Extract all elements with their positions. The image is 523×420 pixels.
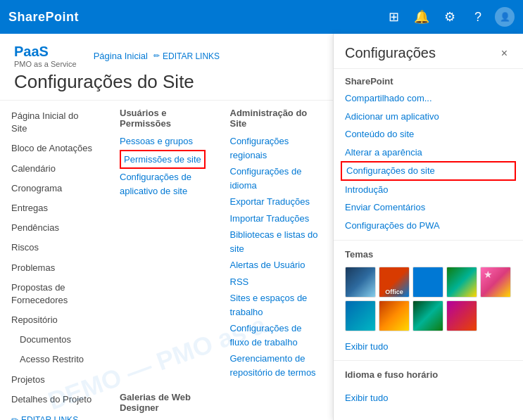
link-permissoes-site[interactable]: Permissões de site — [120, 150, 206, 170]
link-importar-trad[interactable]: Importar Traduções — [230, 210, 320, 227]
link-config-app[interactable]: Configurações de aplicativo de site — [120, 169, 209, 199]
panel-title: Configurações — [345, 45, 436, 61]
main-container: PaaS PMO as a Service Página Inicial ✏ E… — [0, 34, 523, 420]
sidebar-item-entregas[interactable]: Entregas — [0, 198, 106, 218]
locale-title: Idioma e fuso horário — [345, 369, 512, 383]
link-config-fluxo[interactable]: Configurações de fluxo de trabalho — [230, 320, 320, 350]
sidebar-item-cronograma[interactable]: Cronograma — [0, 179, 106, 198]
link-alertas[interactable]: Alertas de Usuário — [230, 257, 320, 274]
panel-link-conteudo[interactable]: Conteúdo do site — [334, 125, 523, 144]
panel-divider-2 — [334, 360, 523, 361]
sidebar-item-problemas[interactable]: Problemas — [0, 258, 106, 278]
section-administracao: Administração do Site Configurações regi… — [230, 108, 320, 381]
link-config-regionais[interactable]: Configurações regionais — [230, 133, 320, 163]
panel-link-config-site[interactable]: Configurações do site — [341, 161, 516, 181]
gear-icon[interactable]: ⚙ — [439, 6, 461, 28]
theme-circuit[interactable] — [412, 300, 443, 331]
link-bibliotecas[interactable]: Bibliotecas e listas do site — [230, 227, 320, 257]
section-title-admin: Administração do Site — [230, 108, 320, 129]
main-left: PaaS PMO as a Service Página Inicial ✏ E… — [0, 34, 333, 420]
paas-title: PaaS — [14, 44, 77, 60]
panel-link-alterar-aparencia[interactable]: Alterar a aparência — [334, 144, 523, 162]
top-bar-icons: ⊞ 🔔 ⚙ ? 👤 — [382, 6, 515, 28]
panel-link-adicionar-app[interactable]: Adicionar um aplicativo — [334, 108, 523, 126]
link-exportar-trad[interactable]: Exportar Traduções — [230, 193, 320, 210]
main-content: Usuários e Permissões Pessoas e grupos P… — [106, 101, 333, 420]
theme-blue[interactable] — [412, 267, 443, 298]
panel-link-enviar-comentarios[interactable]: Enviar Comentários — [334, 198, 523, 217]
link-config-idioma[interactable]: Configurações de idioma — [230, 163, 320, 193]
paas-subtitle: PMO as a Service — [14, 60, 77, 68]
link-gerenciamento-repo[interactable]: Gerenciamento de repositório de termos — [230, 350, 320, 381]
sidebar-item-pendencias[interactable]: Pendências — [0, 218, 106, 238]
theme-aviation[interactable] — [345, 267, 376, 298]
sidebar-item-acesso[interactable]: Acesso Restrito — [0, 350, 106, 369]
right-panel: Configurações × SharePoint Compartilhado… — [333, 34, 523, 420]
page-title: Configurações do Site — [14, 71, 319, 93]
theme-nature[interactable] — [446, 267, 477, 298]
sidebar-item-riscos[interactable]: Riscos — [0, 238, 106, 257]
themes-grid: Office ★ — [345, 267, 512, 331]
content-row: Página Inicial do Site Bloco de Anotaçõe… — [0, 101, 333, 420]
theme-ocean[interactable] — [345, 300, 376, 331]
edit-links-breadcrumb[interactable]: ✏ EDITAR LINKS — [153, 51, 220, 61]
locale-section: Idioma e fuso horário — [334, 367, 523, 388]
panel-close-button[interactable]: × — [497, 46, 512, 61]
page-header: PaaS PMO as a Service Página Inicial ✏ E… — [0, 34, 333, 101]
section-title-galerias: Galerias de Web Designer — [120, 392, 209, 413]
link-sites-espacos[interactable]: Sites e espaços de trabalho — [230, 290, 320, 320]
themes-title: Temas — [345, 249, 512, 262]
link-pessoas-grupos[interactable]: Pessoas e grupos — [120, 133, 209, 150]
theme-magenta[interactable] — [446, 300, 477, 331]
link-colunas-site[interactable]: Colunas do site — [120, 417, 209, 420]
view-all-locale-link[interactable]: Exibir tudo — [334, 388, 523, 406]
help-icon[interactable]: ? — [467, 6, 489, 28]
paas-brand: PaaS PMO as a Service — [14, 44, 77, 68]
sidebar-item-documentos[interactable]: Documentos — [0, 330, 106, 350]
breadcrumb-row: PaaS PMO as a Service Página Inicial ✏ E… — [14, 44, 319, 68]
section-title-usuarios: Usuários e Permissões — [120, 108, 209, 129]
content-sections: Usuários e Permissões Pessoas e grupos P… — [120, 101, 319, 420]
link-rss[interactable]: RSS — [230, 274, 320, 291]
sidebar-item-detalhes[interactable]: Detalhes do Projeto — [0, 390, 106, 409]
view-all-themes-link[interactable]: Exibir tudo — [334, 337, 523, 355]
top-bar: SharePoint ⊞ 🔔 ⚙ ? 👤 — [0, 0, 523, 34]
sidebar-item-pagina-inicial[interactable]: Página Inicial do Site — [0, 106, 106, 139]
themes-section: Temas Office ★ — [334, 246, 523, 337]
section-galerias: Galerias de Web Designer Colunas do site… — [120, 392, 209, 420]
sidebar-item-projetos[interactable]: Projetos — [0, 370, 106, 390]
sidebar-item-calendario[interactable]: Calendário — [0, 159, 106, 179]
breadcrumb-home[interactable]: Página Inicial — [94, 51, 148, 61]
sidebar-item-repositorio[interactable]: Repositório — [0, 310, 106, 330]
panel-divider-1 — [334, 240, 523, 241]
section-usuarios: Usuários e Permissões Pessoas e grupos P… — [120, 108, 209, 381]
panel-header: Configurações × — [334, 34, 523, 69]
panel-link-compartilhado[interactable]: Compartilhado com... — [334, 89, 523, 108]
sidebar-item-bloco[interactable]: Bloco de Anotações — [0, 139, 106, 158]
sharepoint-logo: SharePoint — [8, 10, 79, 25]
theme-office-label: Office — [379, 288, 409, 295]
sidebar-item-propostas[interactable]: Propostas de Fornecedores — [0, 278, 106, 310]
bell-icon[interactable]: 🔔 — [410, 6, 433, 28]
sidebar-edit-links[interactable]: ✏ EDITAR LINKS — [0, 409, 106, 420]
theme-office[interactable]: Office — [379, 267, 410, 298]
user-avatar[interactable]: 👤 — [495, 7, 515, 27]
theme-sunset[interactable] — [379, 300, 410, 331]
grid-icon[interactable]: ⊞ — [382, 6, 405, 28]
nav-sidebar: Página Inicial do Site Bloco de Anotaçõe… — [0, 101, 106, 420]
panel-link-introducao[interactable]: Introdução — [334, 181, 523, 199]
theme-pink-star[interactable]: ★ — [480, 267, 511, 298]
panel-link-config-pwa[interactable]: Configurações do PWA — [334, 217, 523, 235]
panel-sharepoint-title: SharePoint — [334, 69, 523, 89]
